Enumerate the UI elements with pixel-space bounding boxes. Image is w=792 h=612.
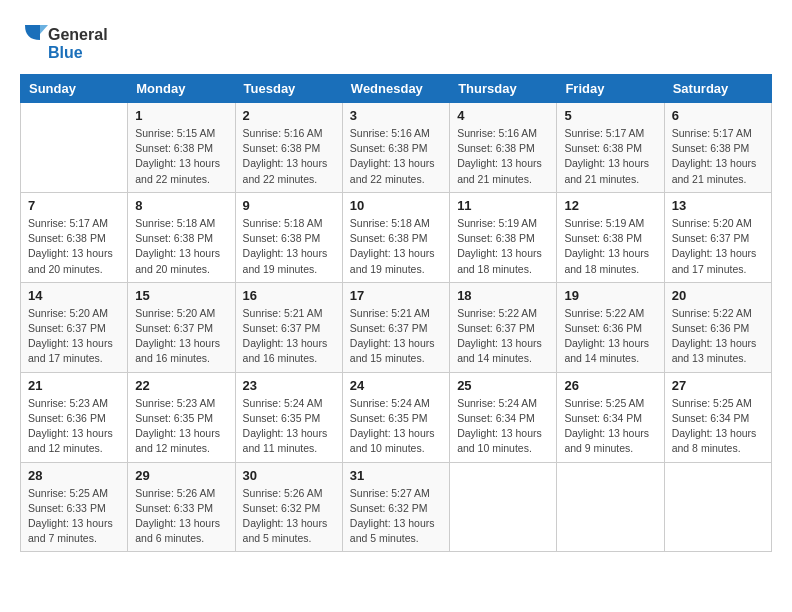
day-number: 28 bbox=[28, 468, 120, 483]
day-cell: 12Sunrise: 5:19 AM Sunset: 6:38 PM Dayli… bbox=[557, 192, 664, 282]
day-cell bbox=[450, 462, 557, 552]
day-cell: 5Sunrise: 5:17 AM Sunset: 6:38 PM Daylig… bbox=[557, 103, 664, 193]
calendar-table: SundayMondayTuesdayWednesdayThursdayFrid… bbox=[20, 74, 772, 552]
day-info: Sunrise: 5:22 AM Sunset: 6:36 PM Dayligh… bbox=[672, 306, 764, 367]
day-cell: 4Sunrise: 5:16 AM Sunset: 6:38 PM Daylig… bbox=[450, 103, 557, 193]
day-number: 15 bbox=[135, 288, 227, 303]
day-info: Sunrise: 5:21 AM Sunset: 6:37 PM Dayligh… bbox=[243, 306, 335, 367]
calendar-body: 1Sunrise: 5:15 AM Sunset: 6:38 PM Daylig… bbox=[21, 103, 772, 552]
week-row-1: 1Sunrise: 5:15 AM Sunset: 6:38 PM Daylig… bbox=[21, 103, 772, 193]
day-info: Sunrise: 5:17 AM Sunset: 6:38 PM Dayligh… bbox=[28, 216, 120, 277]
day-info: Sunrise: 5:17 AM Sunset: 6:38 PM Dayligh… bbox=[564, 126, 656, 187]
day-number: 5 bbox=[564, 108, 656, 123]
day-cell: 7Sunrise: 5:17 AM Sunset: 6:38 PM Daylig… bbox=[21, 192, 128, 282]
day-cell: 31Sunrise: 5:27 AM Sunset: 6:32 PM Dayli… bbox=[342, 462, 449, 552]
day-info: Sunrise: 5:16 AM Sunset: 6:38 PM Dayligh… bbox=[457, 126, 549, 187]
day-info: Sunrise: 5:24 AM Sunset: 6:35 PM Dayligh… bbox=[243, 396, 335, 457]
svg-text:Blue: Blue bbox=[48, 44, 83, 61]
header-cell-sunday: Sunday bbox=[21, 75, 128, 103]
day-info: Sunrise: 5:25 AM Sunset: 6:34 PM Dayligh… bbox=[672, 396, 764, 457]
day-cell: 27Sunrise: 5:25 AM Sunset: 6:34 PM Dayli… bbox=[664, 372, 771, 462]
day-number: 24 bbox=[350, 378, 442, 393]
day-info: Sunrise: 5:23 AM Sunset: 6:36 PM Dayligh… bbox=[28, 396, 120, 457]
day-number: 31 bbox=[350, 468, 442, 483]
day-info: Sunrise: 5:17 AM Sunset: 6:38 PM Dayligh… bbox=[672, 126, 764, 187]
day-number: 25 bbox=[457, 378, 549, 393]
day-cell: 3Sunrise: 5:16 AM Sunset: 6:38 PM Daylig… bbox=[342, 103, 449, 193]
day-number: 27 bbox=[672, 378, 764, 393]
day-cell: 8Sunrise: 5:18 AM Sunset: 6:38 PM Daylig… bbox=[128, 192, 235, 282]
day-number: 2 bbox=[243, 108, 335, 123]
day-info: Sunrise: 5:26 AM Sunset: 6:33 PM Dayligh… bbox=[135, 486, 227, 547]
header-cell-saturday: Saturday bbox=[664, 75, 771, 103]
day-number: 17 bbox=[350, 288, 442, 303]
day-number: 12 bbox=[564, 198, 656, 213]
day-info: Sunrise: 5:22 AM Sunset: 6:36 PM Dayligh… bbox=[564, 306, 656, 367]
day-info: Sunrise: 5:18 AM Sunset: 6:38 PM Dayligh… bbox=[243, 216, 335, 277]
day-number: 18 bbox=[457, 288, 549, 303]
day-number: 9 bbox=[243, 198, 335, 213]
day-number: 8 bbox=[135, 198, 227, 213]
day-cell: 19Sunrise: 5:22 AM Sunset: 6:36 PM Dayli… bbox=[557, 282, 664, 372]
week-row-3: 14Sunrise: 5:20 AM Sunset: 6:37 PM Dayli… bbox=[21, 282, 772, 372]
day-cell: 2Sunrise: 5:16 AM Sunset: 6:38 PM Daylig… bbox=[235, 103, 342, 193]
svg-text:General: General bbox=[48, 26, 108, 43]
day-info: Sunrise: 5:18 AM Sunset: 6:38 PM Dayligh… bbox=[350, 216, 442, 277]
day-cell: 24Sunrise: 5:24 AM Sunset: 6:35 PM Dayli… bbox=[342, 372, 449, 462]
day-cell: 9Sunrise: 5:18 AM Sunset: 6:38 PM Daylig… bbox=[235, 192, 342, 282]
header-cell-thursday: Thursday bbox=[450, 75, 557, 103]
day-cell: 10Sunrise: 5:18 AM Sunset: 6:38 PM Dayli… bbox=[342, 192, 449, 282]
day-info: Sunrise: 5:20 AM Sunset: 6:37 PM Dayligh… bbox=[672, 216, 764, 277]
day-cell: 13Sunrise: 5:20 AM Sunset: 6:37 PM Dayli… bbox=[664, 192, 771, 282]
day-info: Sunrise: 5:18 AM Sunset: 6:38 PM Dayligh… bbox=[135, 216, 227, 277]
day-number: 13 bbox=[672, 198, 764, 213]
day-cell: 17Sunrise: 5:21 AM Sunset: 6:37 PM Dayli… bbox=[342, 282, 449, 372]
day-info: Sunrise: 5:23 AM Sunset: 6:35 PM Dayligh… bbox=[135, 396, 227, 457]
day-info: Sunrise: 5:15 AM Sunset: 6:38 PM Dayligh… bbox=[135, 126, 227, 187]
day-cell: 29Sunrise: 5:26 AM Sunset: 6:33 PM Dayli… bbox=[128, 462, 235, 552]
day-cell: 25Sunrise: 5:24 AM Sunset: 6:34 PM Dayli… bbox=[450, 372, 557, 462]
day-cell: 20Sunrise: 5:22 AM Sunset: 6:36 PM Dayli… bbox=[664, 282, 771, 372]
day-number: 11 bbox=[457, 198, 549, 213]
day-info: Sunrise: 5:20 AM Sunset: 6:37 PM Dayligh… bbox=[28, 306, 120, 367]
day-number: 22 bbox=[135, 378, 227, 393]
day-number: 3 bbox=[350, 108, 442, 123]
day-info: Sunrise: 5:22 AM Sunset: 6:37 PM Dayligh… bbox=[457, 306, 549, 367]
day-number: 16 bbox=[243, 288, 335, 303]
header-cell-wednesday: Wednesday bbox=[342, 75, 449, 103]
day-info: Sunrise: 5:20 AM Sunset: 6:37 PM Dayligh… bbox=[135, 306, 227, 367]
day-cell: 22Sunrise: 5:23 AM Sunset: 6:35 PM Dayli… bbox=[128, 372, 235, 462]
day-cell bbox=[557, 462, 664, 552]
day-info: Sunrise: 5:16 AM Sunset: 6:38 PM Dayligh… bbox=[243, 126, 335, 187]
day-number: 30 bbox=[243, 468, 335, 483]
day-cell: 6Sunrise: 5:17 AM Sunset: 6:38 PM Daylig… bbox=[664, 103, 771, 193]
day-cell: 14Sunrise: 5:20 AM Sunset: 6:37 PM Dayli… bbox=[21, 282, 128, 372]
day-number: 14 bbox=[28, 288, 120, 303]
day-number: 19 bbox=[564, 288, 656, 303]
day-number: 6 bbox=[672, 108, 764, 123]
day-cell: 16Sunrise: 5:21 AM Sunset: 6:37 PM Dayli… bbox=[235, 282, 342, 372]
day-cell: 30Sunrise: 5:26 AM Sunset: 6:32 PM Dayli… bbox=[235, 462, 342, 552]
header-cell-monday: Monday bbox=[128, 75, 235, 103]
day-number: 29 bbox=[135, 468, 227, 483]
day-cell bbox=[21, 103, 128, 193]
day-cell: 18Sunrise: 5:22 AM Sunset: 6:37 PM Dayli… bbox=[450, 282, 557, 372]
day-info: Sunrise: 5:25 AM Sunset: 6:34 PM Dayligh… bbox=[564, 396, 656, 457]
day-info: Sunrise: 5:24 AM Sunset: 6:34 PM Dayligh… bbox=[457, 396, 549, 457]
header-cell-tuesday: Tuesday bbox=[235, 75, 342, 103]
header-cell-friday: Friday bbox=[557, 75, 664, 103]
day-number: 26 bbox=[564, 378, 656, 393]
day-number: 4 bbox=[457, 108, 549, 123]
day-info: Sunrise: 5:16 AM Sunset: 6:38 PM Dayligh… bbox=[350, 126, 442, 187]
day-number: 20 bbox=[672, 288, 764, 303]
day-number: 21 bbox=[28, 378, 120, 393]
day-info: Sunrise: 5:26 AM Sunset: 6:32 PM Dayligh… bbox=[243, 486, 335, 547]
day-number: 23 bbox=[243, 378, 335, 393]
week-row-4: 21Sunrise: 5:23 AM Sunset: 6:36 PM Dayli… bbox=[21, 372, 772, 462]
day-number: 10 bbox=[350, 198, 442, 213]
day-info: Sunrise: 5:25 AM Sunset: 6:33 PM Dayligh… bbox=[28, 486, 120, 547]
general-blue-logo: General Blue bbox=[20, 20, 110, 64]
day-cell bbox=[664, 462, 771, 552]
day-cell: 1Sunrise: 5:15 AM Sunset: 6:38 PM Daylig… bbox=[128, 103, 235, 193]
logo: General Blue bbox=[20, 20, 110, 64]
